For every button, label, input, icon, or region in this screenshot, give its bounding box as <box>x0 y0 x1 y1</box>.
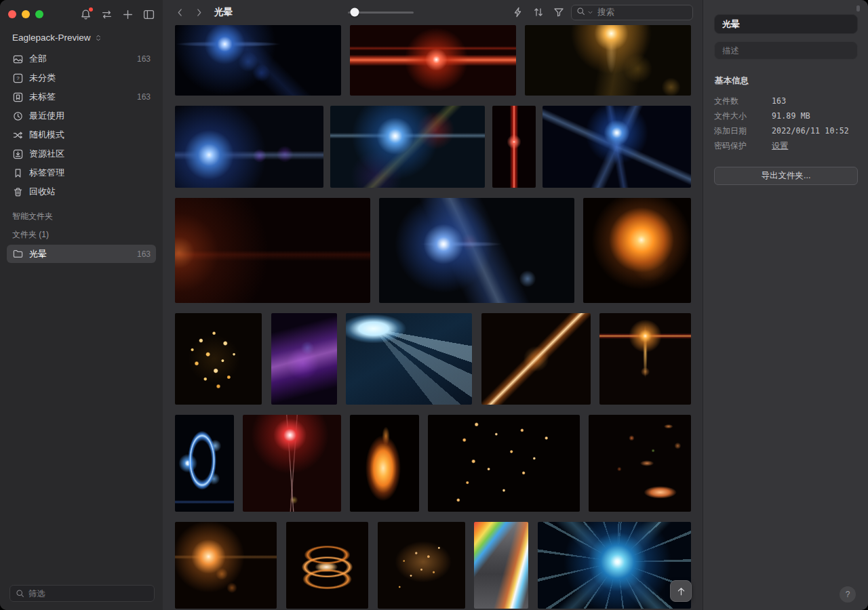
folder-item[interactable]: 光晕163 <box>7 245 156 263</box>
help-button[interactable]: ? <box>840 586 856 603</box>
info-value: 91.89 MB <box>772 111 810 121</box>
thumb-orange-burst[interactable] <box>583 198 691 303</box>
panel-pin-icon <box>856 5 860 12</box>
notification-badge <box>89 7 93 12</box>
sidebar-item-random[interactable]: 随机模式 <box>7 125 156 144</box>
thumb-fire-flame[interactable] <box>350 415 419 512</box>
thumb-red-lens-flare[interactable] <box>350 25 516 96</box>
thumb-gold-dust[interactable] <box>378 522 465 609</box>
transfer-icon[interactable] <box>100 8 113 20</box>
chevron-down-icon[interactable] <box>587 6 593 18</box>
info-label: 文件数 <box>714 96 772 107</box>
thumb-red-lightning[interactable] <box>243 415 341 512</box>
thumb-blue-horizontal-flare[interactable] <box>175 106 323 188</box>
sidebar-item-recent[interactable]: 最近使用 <box>7 106 156 125</box>
thumb-rainbow-prism[interactable] <box>474 522 528 609</box>
info-row: 密码保护设置 <box>714 138 858 153</box>
sidebar-item-all-images[interactable]: 全部163 <box>7 49 156 68</box>
main-toolbar: 光晕 <box>163 0 703 24</box>
filter-input[interactable] <box>28 589 149 598</box>
notifications-bell-icon[interactable] <box>79 8 92 20</box>
sidebar: Eaglepack-Preview 全部163?未分类未标签163最近使用随机模… <box>0 0 163 610</box>
sidebar-item-label: 回收站 <box>29 186 56 198</box>
sidebar-item-untagged[interactable]: 未标签163 <box>7 87 156 106</box>
back-button[interactable] <box>174 6 186 18</box>
close-button[interactable] <box>8 10 16 18</box>
add-icon[interactable] <box>121 8 134 20</box>
search-icon <box>576 6 585 18</box>
sidebar-item-label: 随机模式 <box>29 129 64 141</box>
library-selector[interactable]: Eaglepack-Preview <box>0 28 163 49</box>
sidebar-item-label: 未分类 <box>29 72 56 84</box>
grid-row <box>175 313 691 405</box>
thumb-blue-diagonal-beam[interactable] <box>379 198 574 303</box>
sidebar-item-trash[interactable]: 回收站 <box>7 182 156 201</box>
tags-icon <box>12 167 23 178</box>
grid-row <box>175 522 691 609</box>
community-icon <box>12 148 23 159</box>
thumbnail-size-slider[interactable] <box>348 0 414 24</box>
thumb-blue-starburst[interactable] <box>538 522 691 609</box>
info-label: 密码保护 <box>714 140 772 152</box>
thumb-orange-sparks[interactable] <box>428 415 580 512</box>
thumb-blue-lens-flare[interactable] <box>175 25 341 96</box>
folder-description-input[interactable] <box>714 41 858 60</box>
image-grid <box>163 24 703 610</box>
slider-thumb[interactable] <box>350 8 359 17</box>
password-set-link[interactable]: 设置 <box>772 140 788 152</box>
sidebar-item-tags[interactable]: 标签管理 <box>7 163 156 182</box>
section-smart-folders: 智能文件夹 <box>0 201 163 226</box>
item-count: 163 <box>137 54 151 64</box>
thumb-orange-flare[interactable] <box>175 522 277 609</box>
trash-icon <box>12 186 23 197</box>
thumb-purple-plasma[interactable] <box>271 313 337 405</box>
window-controls <box>8 10 43 18</box>
zoom-button[interactable] <box>35 10 43 18</box>
thumb-red-vertical-streak[interactable] <box>492 106 536 188</box>
thumb-gold-particles[interactable] <box>175 313 262 405</box>
section-folders: 文件夹 (1) <box>0 226 163 245</box>
thumb-blue-starburst-red-blob[interactable] <box>330 106 485 188</box>
thumb-dark-red-glow[interactable] <box>175 198 370 303</box>
thumb-gold-cross-flare[interactable] <box>599 313 691 405</box>
item-count: 163 <box>137 92 151 102</box>
info-value: 2022/06/11 10:52 <box>772 126 849 136</box>
thumb-orange-light-rings[interactable] <box>286 522 368 609</box>
filter-funnel-icon[interactable] <box>553 6 565 18</box>
search-input[interactable] <box>597 7 688 17</box>
thumb-orange-diagonal-streak[interactable] <box>481 313 591 405</box>
library-name: Eaglepack-Preview <box>12 33 91 43</box>
export-folder-button[interactable]: 导出文件夹... <box>714 167 858 185</box>
sidebar-item-community[interactable]: 资源社区 <box>7 144 156 163</box>
folder-count: 163 <box>137 249 151 259</box>
thumb-gold-flare[interactable] <box>525 25 691 96</box>
svg-text:?: ? <box>16 75 20 81</box>
folder-label: 光晕 <box>29 248 47 260</box>
forward-button[interactable] <box>193 6 205 18</box>
toggle-sidebar-icon[interactable] <box>142 8 155 20</box>
quick-actions-icon[interactable] <box>512 6 524 18</box>
thumb-orange-bokeh-meteors[interactable] <box>589 415 691 512</box>
grid-row <box>175 25 691 96</box>
inspector-panel: 基本信息 文件数163文件大小91.89 MB添加日期2022/06/11 10… <box>703 0 868 610</box>
grid-row <box>175 415 691 512</box>
thumb-blue-stage-lights[interactable] <box>346 313 472 405</box>
thumb-blue-ring[interactable] <box>175 415 234 512</box>
info-label: 文件大小 <box>714 110 772 122</box>
slider-track[interactable] <box>348 12 414 14</box>
sidebar-item-label: 全部 <box>29 53 47 65</box>
minimize-button[interactable] <box>22 10 30 18</box>
info-value: 163 <box>772 96 786 106</box>
untagged-icon <box>12 92 23 102</box>
folder-list: 光晕163 <box>0 245 163 263</box>
sort-icon[interactable] <box>532 6 545 18</box>
sidebar-item-uncategorized[interactable]: ?未分类 <box>7 68 156 87</box>
grid-row <box>175 198 691 303</box>
thumb-blue-star-cross[interactable] <box>542 106 691 188</box>
folder-title-input[interactable] <box>714 14 858 34</box>
scroll-to-top-button[interactable] <box>670 580 692 602</box>
folder-icon <box>12 249 23 260</box>
filter-box <box>9 585 155 602</box>
search-box <box>571 5 693 20</box>
sidebar-item-label: 资源社区 <box>29 148 64 160</box>
